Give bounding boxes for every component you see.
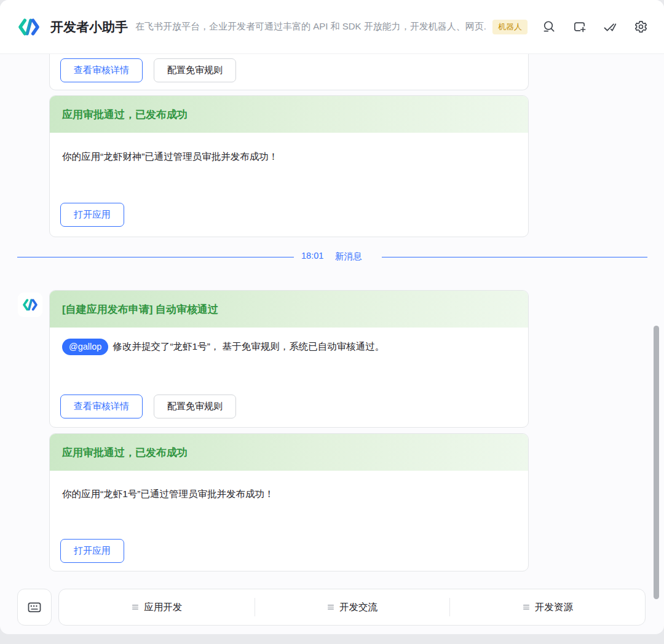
open-app-button[interactable]: 打开应用 — [60, 539, 124, 563]
menu-lines-icon — [326, 603, 335, 611]
view-audit-details-button[interactable]: 查看审核详情 — [60, 395, 143, 418]
scrollbar-thumb[interactable] — [654, 326, 659, 599]
auto-approval-card: [自建应用发布申请] 自动审核通过 @gallop修改并提交了“龙虾1号”， 基… — [49, 290, 529, 428]
window-bottom-edge — [0, 634, 664, 644]
success-card-title: 应用审批通过，已发布成功 — [62, 446, 188, 460]
configure-exempt-rules-button[interactable]: 配置免审规则 — [154, 58, 236, 82]
chat-description: 在飞书开放平台，企业开发者可通过丰富的 API 和 SDK 开放能力，开发机器人… — [135, 21, 486, 33]
success-card-body: 你的应用“龙虾1号”已通过管理员审批并发布成功！ — [62, 471, 516, 501]
menu-item-label: 应用开发 — [144, 601, 182, 614]
divider-line-left — [17, 257, 294, 257]
search-icon[interactable] — [541, 20, 556, 34]
double-check-icon[interactable] — [603, 20, 617, 34]
new-message-divider: 18:01 新消息 — [0, 251, 664, 263]
success-card-header: 应用审批通过，已发布成功 — [50, 96, 528, 133]
open-app-button[interactable]: 打开应用 — [60, 203, 124, 227]
divider-label: 新消息 — [335, 251, 362, 262]
menu-item-app-development[interactable]: 应用开发 — [59, 589, 255, 625]
publish-success-card-1: 应用审批通过，已发布成功 你的应用“龙虾财神”已通过管理员审批并发布成功！ 打开… — [49, 95, 529, 237]
approval-card-partial: 查看审核详情 配置免审规则 — [49, 54, 529, 90]
approval-card-header: [自建应用发布申请] 自动审核通过 — [50, 291, 528, 328]
bot-badge: 机器人 — [492, 20, 528, 34]
developer-assistant-logo-icon — [16, 14, 42, 40]
menu-item-dev-resources[interactable]: 开发资源 — [449, 589, 645, 625]
divider-time: 18:01 — [301, 251, 323, 261]
shortcut-menu-bar: 应用开发 开发交流 开发资源 — [58, 589, 646, 626]
chat-header: 开发者小助手 在飞书开放平台，企业开发者可通过丰富的 API 和 SDK 开放能… — [0, 0, 664, 54]
chat-title: 开发者小助手 — [50, 18, 128, 36]
success-card-header: 应用审批通过，已发布成功 — [50, 434, 528, 471]
divider-line-right — [382, 257, 647, 257]
view-audit-details-button[interactable]: 查看审核详情 — [60, 58, 143, 82]
success-card-title: 应用审批通过，已发布成功 — [62, 108, 188, 122]
keyboard-toggle-button[interactable] — [17, 589, 52, 626]
menu-lines-icon — [522, 603, 531, 611]
mention-gallop[interactable]: @gallop — [62, 339, 108, 355]
success-card-body: 你的应用“龙虾财神”已通过管理员审批并发布成功！ — [62, 133, 516, 164]
new-chat-icon[interactable] — [572, 20, 587, 34]
approval-card-title: [自建应用发布申请] 自动审核通过 — [62, 302, 218, 316]
message-list: 查看审核详情 配置免审规则 应用审批通过，已发布成功 你的应用“龙虾财神”已通过… — [0, 54, 664, 634]
approval-card-body: 修改并提交了“龙虾1号”， 基于免审规则，系统已自动审核通过。 — [113, 341, 384, 351]
menu-item-label: 开发交流 — [339, 601, 377, 614]
app-window: 开发者小助手 在飞书开放平台，企业开发者可通过丰富的 API 和 SDK 开放能… — [0, 0, 664, 634]
publish-success-card-2: 应用审批通过，已发布成功 你的应用“龙虾1号”已通过管理员审批并发布成功！ 打开… — [49, 433, 529, 571]
menu-item-dev-communication[interactable]: 开发交流 — [255, 589, 450, 625]
gear-icon[interactable] — [633, 20, 648, 34]
configure-exempt-rules-button[interactable]: 配置免审规则 — [154, 395, 236, 418]
menu-item-label: 开发资源 — [535, 601, 573, 614]
bot-avatar[interactable] — [18, 293, 42, 317]
menu-lines-icon — [131, 603, 140, 611]
